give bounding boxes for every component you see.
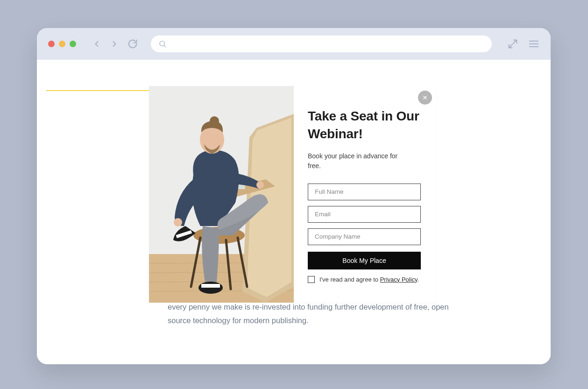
browser-chrome xyxy=(37,28,551,60)
forward-icon[interactable] xyxy=(110,39,119,49)
window-minimize-button[interactable] xyxy=(59,41,65,47)
page-viewport: The version of Ghost you are looking at … xyxy=(37,60,551,364)
right-tool-group xyxy=(508,38,539,50)
svg-point-23 xyxy=(174,218,182,226)
window-maximize-button[interactable] xyxy=(70,41,76,47)
search-icon xyxy=(158,40,167,48)
modal-subtitle: Book your place in advance for free. xyxy=(308,151,401,171)
menu-icon[interactable] xyxy=(528,38,539,50)
svg-point-25 xyxy=(210,116,219,126)
company-field[interactable] xyxy=(308,228,421,245)
svg-rect-27 xyxy=(201,284,220,288)
reload-icon[interactable] xyxy=(128,39,138,49)
modal-title: Take a Seat in Our Webinar! xyxy=(308,107,421,143)
consent-row: I've read and agree to Privacy Policy. xyxy=(308,276,421,283)
modal-body: Take a Seat in Our Webinar! Book your pl… xyxy=(294,86,437,303)
consent-suffix: . xyxy=(418,276,419,283)
email-field[interactable] xyxy=(308,206,421,223)
browser-window: The version of Ghost you are looking at … xyxy=(37,28,551,364)
nav-group xyxy=(92,39,138,49)
svg-line-1 xyxy=(164,45,166,47)
svg-point-22 xyxy=(256,181,264,189)
book-place-button[interactable]: Book My Place xyxy=(308,252,421,269)
section-divider xyxy=(46,90,149,91)
consent-prefix: I've read and agree to xyxy=(319,276,380,283)
window-controls xyxy=(48,41,76,47)
consent-checkbox[interactable] xyxy=(308,276,315,283)
close-icon xyxy=(422,94,428,101)
url-bar[interactable] xyxy=(151,35,492,52)
window-close-button[interactable] xyxy=(48,41,55,47)
privacy-policy-link[interactable]: Privacy Policy xyxy=(380,276,418,283)
consent-text: I've read and agree to Privacy Policy. xyxy=(319,276,419,283)
expand-icon[interactable] xyxy=(508,39,518,49)
close-button[interactable] xyxy=(418,91,432,105)
svg-line-2 xyxy=(513,40,517,43)
back-icon[interactable] xyxy=(92,39,101,49)
svg-line-3 xyxy=(509,44,512,48)
fullname-field[interactable] xyxy=(308,184,421,200)
webinar-modal: Take a Seat in Our Webinar! Book your pl… xyxy=(149,86,437,303)
modal-image xyxy=(149,86,294,303)
url-input[interactable] xyxy=(170,40,484,48)
